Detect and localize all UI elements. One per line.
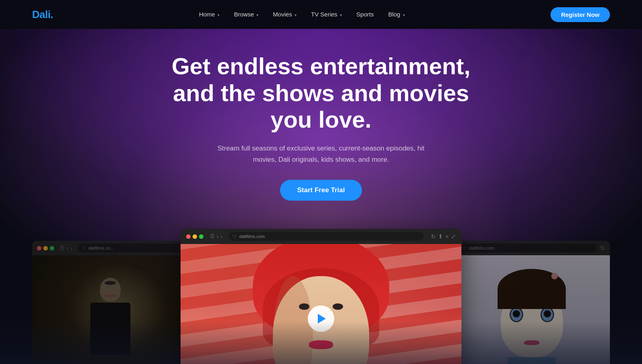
browser-left-toolbar: ☰ ‹ › 🛡 dalifilms.co... xyxy=(32,241,189,255)
hero-subtitle: Stream full seasons of exclusive series,… xyxy=(217,143,425,165)
nav-item-movies[interactable]: Movies ▾ xyxy=(273,11,297,18)
chevron-down-icon: ▾ xyxy=(217,13,219,17)
play-icon xyxy=(318,314,326,323)
browser-left-dots xyxy=(37,246,54,250)
url-left: dalifilms.co... xyxy=(88,246,114,250)
new-tab-icon[interactable]: + xyxy=(445,233,449,240)
nav-buttons: ☰ ‹ › xyxy=(60,245,72,251)
browser-center-image xyxy=(181,244,461,364)
dot-red-center xyxy=(186,234,191,239)
nav-link-blog[interactable]: Blog ▾ xyxy=(388,11,404,18)
chevron-down-icon: ▾ xyxy=(295,13,297,17)
hero-title: Get endless entertainment, and the shows… xyxy=(165,53,477,133)
url-right: dalifilms.com xyxy=(469,246,494,250)
nav-item-browse[interactable]: Browse ▾ xyxy=(234,11,258,18)
browser-left: ☰ ‹ › 🛡 dalifilms.co... xyxy=(32,241,189,364)
register-button[interactable]: Register Now xyxy=(551,7,610,22)
right-toolbar-inner: 🛡 dalifilms.com ↻ xyxy=(458,244,605,252)
nav-link-home[interactable]: Home ▾ xyxy=(199,11,219,18)
nav-item-home[interactable]: Home ▾ xyxy=(199,11,219,18)
play-button[interactable] xyxy=(308,305,334,332)
dot-yellow-center xyxy=(193,234,197,239)
back-icon: ‹ xyxy=(67,245,69,251)
browser-right-toolbar: 🛡 dalifilms.com ↻ xyxy=(453,241,610,255)
center-shield-icon: 🛡 xyxy=(233,234,237,239)
brand-logo[interactable]: Dali. xyxy=(32,8,53,21)
dot-yellow xyxy=(43,246,48,250)
navbar: Dali. Home ▾ Browse ▾ Movies ▾ xyxy=(0,0,642,29)
forward-icon: › xyxy=(71,245,73,251)
address-bar-right[interactable]: 🛡 dalifilms.com xyxy=(458,244,597,252)
dot-green xyxy=(50,246,54,250)
woman-figure xyxy=(181,244,461,364)
hero-content: Get endless entertainment, and the shows… xyxy=(8,53,634,225)
chevron-down-icon: ▾ xyxy=(256,13,258,17)
nav-item-tv-series[interactable]: TV Series ▾ xyxy=(311,11,342,18)
center-back-icon: ‹ xyxy=(217,233,219,240)
nav-link-movies[interactable]: Movies ▾ xyxy=(273,11,297,18)
url-center: dalifilms.com xyxy=(239,234,265,239)
movie-poster-woman xyxy=(181,244,461,364)
nav-link-browse[interactable]: Browse ▾ xyxy=(234,11,258,18)
dot-red xyxy=(37,246,41,250)
nav-item-blog[interactable]: Blog ▾ xyxy=(388,11,404,18)
browser-right-image xyxy=(453,255,610,364)
shield-icon: 🛡 xyxy=(82,246,86,250)
browser-center-toolbar: ☰ ‹ › 🛡 dalifilms.com ↻ ⬆ + ⤢ xyxy=(181,229,461,244)
brand-name: Dali xyxy=(32,8,51,20)
chevron-down-icon: ▾ xyxy=(340,13,342,17)
browser-center: ☰ ‹ › 🛡 dalifilms.com ↻ ⬆ + ⤢ xyxy=(181,229,461,364)
browser-mockups: ☰ ‹ › 🛡 dalifilms.co... xyxy=(8,225,634,364)
cta-button[interactable]: Start Free Trial xyxy=(280,180,362,201)
brand-dot: . xyxy=(51,8,53,20)
right-reload-icon[interactable]: ↻ xyxy=(600,245,605,251)
center-forward-icon: › xyxy=(221,233,223,240)
browser-right: 🛡 dalifilms.com ↻ xyxy=(453,241,610,364)
browser-center-dots xyxy=(186,234,203,239)
nav-link-sports[interactable]: Sports xyxy=(356,11,374,18)
share-icon[interactable]: ⬆ xyxy=(438,233,443,240)
center-nav-icons: ☰ ‹ › xyxy=(210,233,222,240)
hero-section: Get endless entertainment, and the shows… xyxy=(0,29,642,364)
movie-poster-doll xyxy=(453,255,610,364)
nav-item-sports[interactable]: Sports xyxy=(356,11,374,18)
address-bar-center[interactable]: 🛡 dalifilms.com xyxy=(229,232,423,241)
page-wrapper: Dali. Home ▾ Browse ▾ Movies ▾ xyxy=(0,0,642,364)
reload-icon[interactable]: ↻ xyxy=(431,233,436,240)
browser-left-image xyxy=(32,255,189,364)
address-bar-left[interactable]: 🛡 dalifilms.co... xyxy=(78,244,184,252)
movie-poster-man xyxy=(32,255,189,364)
center-sidebar-icon: ☰ xyxy=(210,233,215,240)
doll-figure xyxy=(498,269,566,364)
dot-green-center xyxy=(199,234,203,239)
right-shield-icon: 🛡 xyxy=(462,246,466,250)
browser-actions: ↻ ⬆ + ⤢ xyxy=(431,233,456,240)
nav-links: Home ▾ Browse ▾ Movies ▾ TV Series xyxy=(199,11,405,18)
chevron-down-icon: ▾ xyxy=(403,13,405,17)
nav-link-tv-series[interactable]: TV Series ▾ xyxy=(311,11,342,18)
fullscreen-icon[interactable]: ⤢ xyxy=(451,233,456,240)
sidebar-icon: ☰ xyxy=(60,245,65,251)
